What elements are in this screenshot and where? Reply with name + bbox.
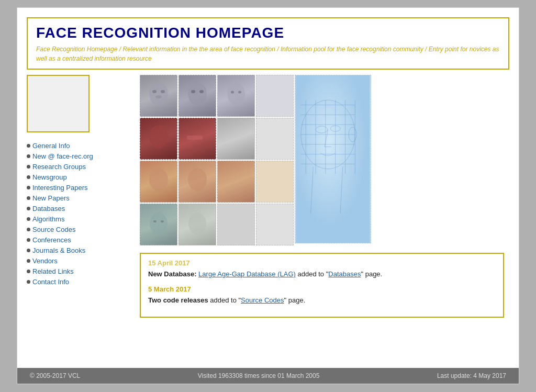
nav-link-general-info[interactable]: General Info: [32, 142, 70, 150]
face-image-ir-3: [217, 118, 255, 160]
news-link-lag[interactable]: Large Age-Gap Database (LAG): [198, 270, 296, 278]
footer-last-update: Last update: 4 May 2017: [437, 372, 506, 379]
face-image-pale-3: [217, 204, 255, 245]
nav-link-contact-info[interactable]: Contact Info: [32, 278, 69, 286]
nav-link-new-at[interactable]: New @ face-rec.org: [32, 152, 93, 160]
news-date-old: 15 April 2017: [148, 259, 496, 267]
svg-point-5: [191, 90, 195, 93]
face-image-pale-1: [140, 204, 177, 245]
bullet-icon: [27, 154, 30, 158]
face-image-ir-2: [178, 118, 216, 160]
nav-link-databases[interactable]: Databases: [32, 205, 65, 212]
bullet-icon: [27, 228, 30, 231]
bullet-icon: [27, 165, 30, 169]
sidebar-item-vendors[interactable]: Vendors: [27, 257, 93, 265]
news-bold-2: Two code releases: [148, 296, 208, 304]
news-link-source-codes[interactable]: Source Codes: [241, 296, 284, 304]
face-3d-wireframe: [295, 75, 371, 243]
sidebar-item-research-groups[interactable]: Research Groups: [27, 163, 93, 171]
news-item-1: New Database: Large Age-Gap Database (LA…: [148, 269, 496, 280]
sidebar: General Info New @ face-rec.org Research…: [27, 70, 131, 368]
nav-link-algorithms[interactable]: Algorithms: [32, 215, 64, 223]
footer-copyright: © 2005-2017 VCL: [30, 372, 80, 379]
nav-link-conferences[interactable]: Conferences: [32, 236, 71, 244]
bullet-icon: [27, 280, 30, 284]
sidebar-item-new-at[interactable]: New @ face-rec.org: [27, 152, 93, 160]
face-image-skin-2: [178, 161, 216, 203]
svg-rect-31: [187, 136, 203, 140]
sidebar-item-newsgroup[interactable]: Newsgroup: [27, 173, 93, 181]
svg-point-35: [153, 220, 157, 222]
bullet-icon: [27, 249, 30, 252]
footer-visits: Visited 1963308 times since 01 March 200…: [198, 372, 320, 379]
news-box: 15 April 2017 New Database: Large Age-Ga…: [140, 253, 504, 318]
svg-point-36: [161, 220, 164, 222]
page-header: FACE RECOGNITION HOMEPAGE Face Recogniti…: [27, 17, 509, 70]
bullet-icon: [27, 175, 30, 179]
sidebar-item-new-papers[interactable]: New Papers: [27, 194, 93, 202]
svg-point-32: [149, 168, 168, 191]
face-image-grid: [140, 75, 438, 245]
page-subtitle: Face Recognition Homepage / Relevant inf…: [36, 44, 500, 63]
sidebar-item-journals-books[interactable]: Journals & Books: [27, 247, 93, 254]
sidebar-item-conferences[interactable]: Conferences: [27, 236, 93, 244]
sidebar-item-interesting-papers[interactable]: Interesting Papers: [27, 184, 93, 192]
sidebar-item-algorithms[interactable]: Algorithms: [27, 215, 93, 223]
svg-point-2: [161, 90, 165, 93]
face-image-skin-4: [256, 161, 294, 203]
bullet-icon: [27, 144, 30, 148]
svg-point-3: [155, 95, 162, 98]
bullet-icon: [27, 259, 30, 263]
nav-link-vendors[interactable]: Vendors: [32, 257, 58, 265]
page-footer: © 2005-2017 VCL Visited 1963308 times si…: [17, 368, 519, 384]
sidebar-item-databases[interactable]: Databases: [27, 205, 93, 212]
bullet-icon: [27, 186, 30, 189]
face-image-skin-3: [217, 161, 255, 203]
svg-point-0: [149, 82, 168, 105]
face-image-ir-1: [140, 118, 177, 160]
face-image-light-1: [256, 75, 294, 117]
news-bold-1: New Database:: [148, 270, 196, 278]
nav-link-new-papers[interactable]: New Papers: [32, 194, 70, 202]
bullet-icon: [27, 270, 30, 273]
main-content: 15 April 2017 New Database: Large Age-Ga…: [131, 70, 509, 368]
bullet-icon: [27, 217, 30, 221]
bullet-icon: [27, 207, 30, 210]
face-image-bw-3: [217, 75, 255, 117]
face-image-pale-4: [256, 204, 294, 245]
nav-link-research-groups[interactable]: Research Groups: [32, 163, 86, 171]
news-item-2: Two code releases added to "Source Codes…: [148, 295, 496, 306]
svg-point-8: [231, 91, 234, 94]
sidebar-item-contact-info[interactable]: Contact Info: [27, 278, 93, 286]
bullet-icon: [27, 238, 30, 242]
svg-point-30: [149, 125, 168, 148]
sidebar-logo-box: [27, 75, 90, 132]
bullet-icon: [27, 196, 30, 200]
nav-link-journals-books[interactable]: Journals & Books: [32, 247, 85, 254]
face-image-skin-1: [140, 161, 177, 203]
sidebar-item-source-codes[interactable]: Source Codes: [27, 226, 93, 233]
page-title: FACE RECOGNITION HOMEPAGE: [36, 25, 500, 41]
svg-point-7: [227, 83, 245, 105]
face-image-bw-2: [178, 75, 216, 117]
svg-point-37: [188, 212, 206, 234]
sidebar-item-general-info[interactable]: General Info: [27, 142, 93, 150]
nav-list: General Info New @ face-rec.org Research…: [27, 142, 93, 288]
svg-point-4: [188, 82, 207, 105]
svg-point-1: [152, 90, 157, 93]
nav-link-related-links[interactable]: Related Links: [32, 267, 74, 275]
svg-point-9: [238, 91, 241, 94]
nav-link-interesting-papers[interactable]: Interesting Papers: [32, 184, 88, 192]
face-image-bw-1: [140, 75, 177, 117]
face-image-ir-4: [256, 118, 294, 160]
news-date-march: 5 March 2017: [148, 285, 496, 293]
svg-point-33: [188, 168, 207, 191]
nav-link-newsgroup[interactable]: Newsgroup: [32, 173, 67, 181]
svg-point-34: [150, 212, 168, 234]
svg-point-6: [199, 90, 204, 93]
nav-link-source-codes[interactable]: Source Codes: [32, 226, 75, 233]
news-link-databases[interactable]: Databases: [328, 270, 361, 278]
sidebar-item-related-links[interactable]: Related Links: [27, 267, 93, 275]
face-image-pale-2: [178, 204, 216, 245]
